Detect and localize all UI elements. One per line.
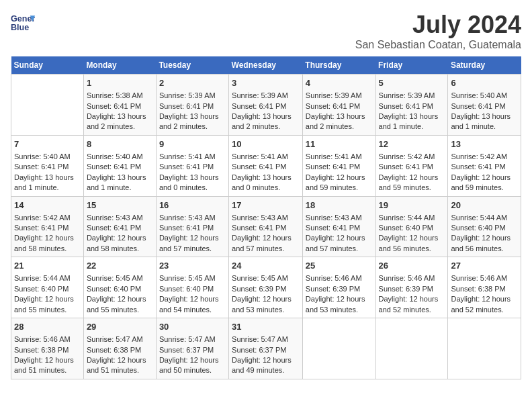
day-number: 15 xyxy=(87,199,153,212)
daylight-text: Daylight: 12 hours and 57 minutes. xyxy=(232,233,300,254)
sunrise-text: Sunrise: 5:39 AM xyxy=(232,91,300,101)
sunset-text: Sunset: 6:37 PM xyxy=(159,345,226,355)
daylight-text: Daylight: 13 hours and 1 minute. xyxy=(87,173,153,193)
day-number: 20 xyxy=(451,199,518,212)
daylight-text: Daylight: 12 hours and 56 minutes. xyxy=(451,233,518,254)
day-number: 28 xyxy=(14,321,81,333)
sunrise-text: Sunrise: 5:42 AM xyxy=(451,152,518,162)
calendar-cell: 9Sunrise: 5:41 AMSunset: 6:41 PMDaylight… xyxy=(156,135,228,196)
sunset-text: Sunset: 6:41 PM xyxy=(379,162,445,172)
daylight-text: Daylight: 12 hours and 55 minutes. xyxy=(87,294,153,315)
daylight-text: Daylight: 13 hours and 2 minutes. xyxy=(306,111,373,132)
daylight-text: Daylight: 12 hours and 56 minutes. xyxy=(379,233,445,254)
daylight-text: Daylight: 12 hours and 57 minutes. xyxy=(159,233,226,254)
day-number: 29 xyxy=(87,321,153,333)
daylight-text: Daylight: 13 hours and 0 minutes. xyxy=(159,173,226,193)
sunrise-text: Sunrise: 5:41 AM xyxy=(232,152,300,162)
sunrise-text: Sunrise: 5:47 AM xyxy=(87,334,153,345)
sunset-text: Sunset: 6:41 PM xyxy=(451,101,518,111)
day-number: 10 xyxy=(232,138,300,150)
day-number: 21 xyxy=(14,260,81,272)
week-row-0: 1Sunrise: 5:38 AMSunset: 6:41 PMDaylight… xyxy=(11,75,521,136)
day-number: 12 xyxy=(379,138,445,150)
sunset-text: Sunset: 6:41 PM xyxy=(14,162,81,172)
calendar-body: 1Sunrise: 5:38 AMSunset: 6:41 PMDaylight… xyxy=(11,75,521,379)
daylight-text: Daylight: 12 hours and 54 minutes. xyxy=(159,294,226,315)
calendar-cell: 17Sunrise: 5:43 AMSunset: 6:41 PMDayligh… xyxy=(229,196,303,257)
sunrise-text: Sunrise: 5:45 AM xyxy=(159,273,226,283)
sunrise-text: Sunrise: 5:40 AM xyxy=(87,152,153,162)
sunrise-text: Sunrise: 5:42 AM xyxy=(379,152,445,162)
calendar-cell: 1Sunrise: 5:38 AMSunset: 6:41 PMDaylight… xyxy=(83,75,156,136)
sunset-text: Sunset: 6:41 PM xyxy=(306,162,373,172)
sunset-text: Sunset: 6:41 PM xyxy=(306,223,373,233)
sunset-text: Sunset: 6:41 PM xyxy=(232,162,300,172)
sunrise-text: Sunrise: 5:38 AM xyxy=(87,91,153,101)
sunset-text: Sunset: 6:41 PM xyxy=(379,101,445,111)
sunrise-text: Sunrise: 5:46 AM xyxy=(379,273,445,283)
subtitle: San Sebastian Coatan, Guatemala xyxy=(355,39,521,51)
day-number: 2 xyxy=(159,77,226,89)
week-row-1: 7Sunrise: 5:40 AMSunset: 6:41 PMDaylight… xyxy=(11,135,521,196)
calendar-cell xyxy=(375,318,448,379)
day-number: 11 xyxy=(306,138,373,150)
logo: General Blue xyxy=(11,11,35,35)
calendar-cell: 20Sunrise: 5:44 AMSunset: 6:40 PMDayligh… xyxy=(448,196,521,257)
sunset-text: Sunset: 6:40 PM xyxy=(379,223,445,233)
sunrise-text: Sunrise: 5:46 AM xyxy=(451,273,518,283)
sunset-text: Sunset: 6:40 PM xyxy=(159,284,226,294)
day-number: 17 xyxy=(232,199,300,212)
day-number: 19 xyxy=(379,199,445,212)
header-day-wednesday: Wednesday xyxy=(229,56,303,75)
daylight-text: Daylight: 12 hours and 59 minutes. xyxy=(306,173,373,193)
calendar-cell: 24Sunrise: 5:45 AMSunset: 6:39 PMDayligh… xyxy=(229,257,303,318)
week-row-2: 14Sunrise: 5:42 AMSunset: 6:41 PMDayligh… xyxy=(11,196,521,257)
daylight-text: Daylight: 12 hours and 52 minutes. xyxy=(379,294,445,315)
calendar-cell: 29Sunrise: 5:47 AMSunset: 6:38 PMDayligh… xyxy=(83,318,156,379)
sunrise-text: Sunrise: 5:44 AM xyxy=(379,213,445,223)
calendar-cell: 27Sunrise: 5:46 AMSunset: 6:38 PMDayligh… xyxy=(448,257,521,318)
day-number: 23 xyxy=(159,260,226,272)
sunset-text: Sunset: 6:41 PM xyxy=(232,223,300,233)
title-area: July 2024 San Sebastian Coatan, Guatemal… xyxy=(355,11,521,51)
calendar-cell: 12Sunrise: 5:42 AMSunset: 6:41 PMDayligh… xyxy=(375,135,448,196)
sunset-text: Sunset: 6:41 PM xyxy=(159,223,226,233)
header: General Blue July 2024 San Sebastian Coa… xyxy=(11,11,521,51)
calendar-cell: 8Sunrise: 5:40 AMSunset: 6:41 PMDaylight… xyxy=(83,135,156,196)
sunrise-text: Sunrise: 5:39 AM xyxy=(306,91,373,101)
calendar-cell: 23Sunrise: 5:45 AMSunset: 6:40 PMDayligh… xyxy=(156,257,228,318)
calendar-cell: 30Sunrise: 5:47 AMSunset: 6:37 PMDayligh… xyxy=(156,318,228,379)
daylight-text: Daylight: 12 hours and 58 minutes. xyxy=(14,233,81,254)
sunrise-text: Sunrise: 5:47 AM xyxy=(159,334,226,345)
sunrise-text: Sunrise: 5:39 AM xyxy=(379,91,445,101)
sunset-text: Sunset: 6:41 PM xyxy=(87,101,153,111)
calendar-cell: 5Sunrise: 5:39 AMSunset: 6:41 PMDaylight… xyxy=(375,75,448,136)
sunset-text: Sunset: 6:40 PM xyxy=(14,284,81,294)
calendar-cell: 7Sunrise: 5:40 AMSunset: 6:41 PMDaylight… xyxy=(11,135,84,196)
calendar-cell: 21Sunrise: 5:44 AMSunset: 6:40 PMDayligh… xyxy=(11,257,84,318)
daylight-text: Daylight: 13 hours and 2 minutes. xyxy=(232,111,300,132)
day-number: 30 xyxy=(159,321,226,333)
daylight-text: Daylight: 12 hours and 51 minutes. xyxy=(14,355,81,376)
sunset-text: Sunset: 6:41 PM xyxy=(306,101,373,111)
calendar-cell: 6Sunrise: 5:40 AMSunset: 6:41 PMDaylight… xyxy=(448,75,521,136)
sunrise-text: Sunrise: 5:40 AM xyxy=(451,91,518,101)
svg-text:Blue: Blue xyxy=(11,23,29,32)
daylight-text: Daylight: 12 hours and 57 minutes. xyxy=(306,233,373,254)
calendar-cell: 4Sunrise: 5:39 AMSunset: 6:41 PMDaylight… xyxy=(302,75,375,136)
calendar-cell: 28Sunrise: 5:46 AMSunset: 6:38 PMDayligh… xyxy=(11,318,84,379)
calendar-cell: 2Sunrise: 5:39 AMSunset: 6:41 PMDaylight… xyxy=(156,75,228,136)
calendar-cell: 31Sunrise: 5:47 AMSunset: 6:37 PMDayligh… xyxy=(229,318,303,379)
sunset-text: Sunset: 6:38 PM xyxy=(14,345,81,355)
daylight-text: Daylight: 13 hours and 1 minute. xyxy=(379,111,445,132)
sunrise-text: Sunrise: 5:43 AM xyxy=(159,213,226,223)
calendar-cell: 25Sunrise: 5:46 AMSunset: 6:39 PMDayligh… xyxy=(302,257,375,318)
calendar-cell: 13Sunrise: 5:42 AMSunset: 6:41 PMDayligh… xyxy=(448,135,521,196)
calendar-cell: 26Sunrise: 5:46 AMSunset: 6:39 PMDayligh… xyxy=(375,257,448,318)
header-day-sunday: Sunday xyxy=(11,56,84,75)
day-number: 18 xyxy=(306,199,373,212)
day-number: 31 xyxy=(232,321,300,333)
sunrise-text: Sunrise: 5:39 AM xyxy=(159,91,226,101)
sunset-text: Sunset: 6:41 PM xyxy=(159,162,226,172)
sunrise-text: Sunrise: 5:43 AM xyxy=(232,213,300,223)
